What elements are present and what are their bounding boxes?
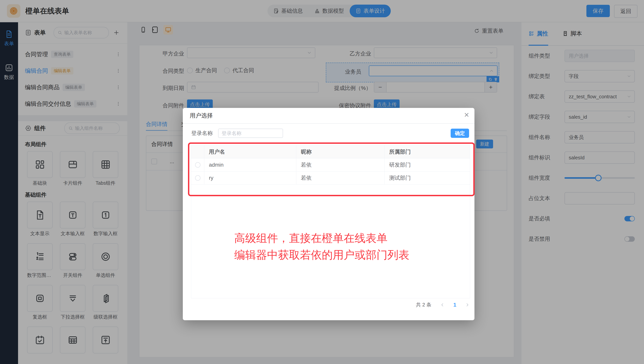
- pagination: 共 2 条 1: [416, 302, 470, 308]
- login-name-label: 登录名称: [191, 130, 213, 137]
- user-row-admin[interactable]: admin 若依 研发部门: [191, 158, 470, 172]
- app-root: 橙单在线表单 基础信息 数据模型 表单设计 保存 返回 表单: [0, 0, 644, 364]
- user-select-modal: 用户选择 × 登录名称 登录名称 确定 用户名 昵称 所属部门 admin 若依…: [183, 108, 474, 320]
- col-nickname: 昵称: [296, 145, 384, 158]
- row-radio-icon[interactable]: [195, 175, 200, 181]
- user-row-ry[interactable]: ry 若依 测试部门: [191, 172, 470, 184]
- login-name-placeholder: 登录名称: [222, 130, 242, 137]
- user-table: 用户名 昵称 所属部门 admin 若依 研发部门 ry 若依 测试部门: [191, 145, 470, 298]
- row-radio-icon[interactable]: [195, 162, 200, 168]
- page-number[interactable]: 1: [453, 302, 456, 308]
- login-name-filter: 登录名称 登录名称: [191, 129, 283, 138]
- modal-title: 用户选择: [190, 112, 213, 120]
- col-department: 所属部门: [384, 145, 470, 158]
- user-table-header: 用户名 昵称 所属部门: [191, 145, 470, 158]
- annotation-text: 高级组件，直接在橙单在线表单 编辑器中获取若依的用户或部门列表: [234, 230, 409, 263]
- login-name-input[interactable]: 登录名称: [218, 129, 283, 138]
- close-icon[interactable]: ×: [464, 110, 469, 119]
- col-username: 用户名: [204, 145, 296, 158]
- next-page-icon[interactable]: [465, 302, 470, 307]
- confirm-button[interactable]: 确定: [451, 129, 469, 138]
- pagination-total: 共 2 条: [416, 302, 432, 308]
- prev-page-icon[interactable]: [440, 302, 445, 307]
